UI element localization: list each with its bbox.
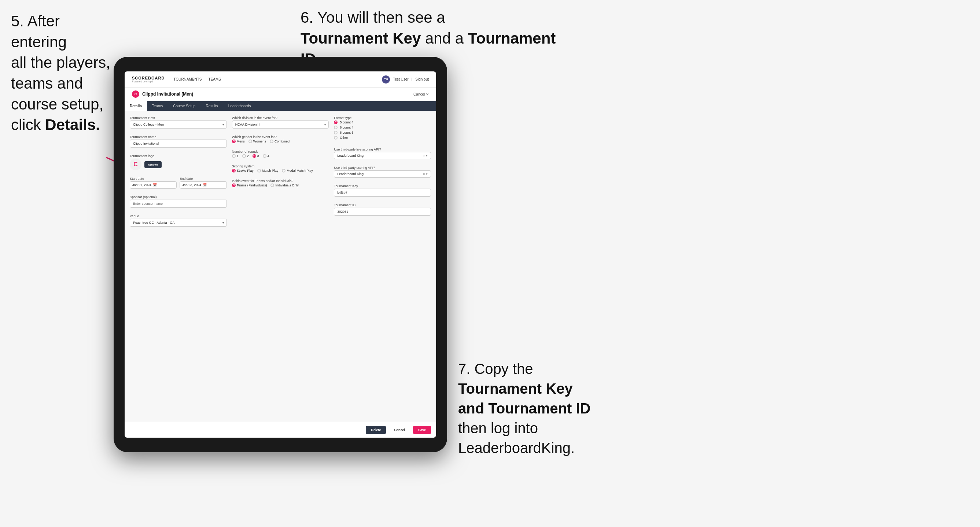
form-footer: Delete Cancel Save [125,422,436,438]
tab-teams[interactable]: Teams [147,101,168,111]
tab-details[interactable]: Details [125,101,147,111]
tournament-header: C Clippd Invitational (Men) Cancel ✕ [125,87,436,101]
format-other-radio[interactable] [334,136,337,140]
tournament-key-label: Tournament Key [334,184,431,188]
rounds-2[interactable]: 2 [242,154,249,158]
teams-teams[interactable]: Teams (+Individuals) [232,184,267,187]
third-party2-select[interactable]: Leaderboard King × ▾ [334,170,431,178]
form-columns: Tournament Host Clippd College - Men Tou… [130,116,431,230]
cancel-link[interactable]: Cancel ✕ [414,92,429,96]
scoring-radio-group: Stroke Play Match Play Medal Match Play [232,169,329,173]
logo-row: C Upload [130,159,227,170]
scoring-field: Scoring system Stroke Play Match Play [232,164,329,173]
host-field: Tournament Host Clippd College - Men [130,116,227,129]
gender-womens[interactable]: Womens [248,140,266,143]
dates-field: Start date Jan 21, 2024 📅 End date Jan 2… [130,177,227,189]
scoring-stroke[interactable]: Stroke Play [232,169,254,173]
nav-tournaments[interactable]: TOURNAMENTS [173,77,202,81]
nav-teams[interactable]: TEAMS [208,77,221,81]
brand-subtitle: Powered by clippd [132,80,165,83]
tab-leaderboards[interactable]: Leaderboards [223,101,256,111]
teams-teams-radio[interactable] [232,184,235,187]
host-select[interactable]: Clippd College - Men [130,121,227,129]
third-party1-label: Use third-party live scoring API? [334,148,431,151]
venue-select[interactable]: Peachtree GC - Atlanta - GA [130,219,227,227]
start-label: Start date [130,177,177,181]
end-date-input[interactable]: Jan 23, 2024 📅 [180,181,226,189]
cancel-button[interactable]: Cancel [389,426,410,434]
rounds-4[interactable]: 4 [263,154,269,158]
division-select[interactable]: NCAA Division III [232,121,329,129]
rounds-3[interactable]: 3 [253,154,259,158]
format-5count4-radio[interactable] [334,121,337,124]
date-row: Start date Jan 21, 2024 📅 End date Jan 2… [130,177,227,189]
gender-mens-radio[interactable] [232,140,235,143]
nav-separator: | [412,77,413,81]
gender-mens[interactable]: Mens [232,140,245,143]
division-select-wrapper: NCAA Division III [232,121,329,129]
third-party1-select[interactable]: Leaderboard King × ▾ [334,152,431,159]
rounds-1-radio[interactable] [232,154,235,158]
scoring-label: Scoring system [232,164,329,168]
format-other[interactable]: Other [334,136,431,140]
scoring-match[interactable]: Match Play [257,169,278,173]
teams-individuals-radio[interactable] [270,184,274,187]
gender-field: Which gender is the event for? Mens Wome… [232,135,329,143]
sponsor-label: Sponsor (optional) [130,195,227,199]
format-6count4-radio[interactable] [334,125,337,129]
tournament-id-field: Tournament ID 302051 [334,203,431,216]
calendar-icon-end: 📅 [203,183,207,187]
start-date-input[interactable]: Jan 21, 2024 📅 [130,181,177,189]
third-party1-clear[interactable]: × ▾ [423,154,428,157]
format-6count5-radio[interactable] [334,131,337,134]
sponsor-field: Sponsor (optional) [130,195,227,208]
upload-button[interactable]: Upload [145,161,162,168]
host-select-wrapper: Clippd College - Men [130,121,227,129]
rounds-4-radio[interactable] [263,154,266,158]
rounds-label: Number of rounds [232,150,329,154]
tab-course-setup[interactable]: Course Setup [168,101,200,111]
rounds-3-radio[interactable] [253,154,256,158]
name-label: Tournament name [130,135,227,139]
gender-combined-radio[interactable] [270,140,274,143]
scoring-medal[interactable]: Medal Match Play [282,169,313,173]
name-input[interactable] [130,140,227,148]
form-col2: Which division is the event for? NCAA Di… [232,116,329,230]
end-date-group: End date Jan 23, 2024 📅 [180,177,226,189]
sponsor-input[interactable] [130,200,227,208]
brand-title: SCOREBOARD [132,76,165,80]
third-party1-field: Use third-party live scoring API? Leader… [334,148,431,159]
tab-nav: Details Teams Course Setup Results Leade… [125,101,436,111]
third-party2-label: Use third-party scoring API? [334,166,431,170]
host-label: Tournament Host [130,116,227,120]
format-5count4[interactable]: 5 count 4 [334,121,431,124]
tournament-key-value: b4f6b7 [334,189,431,197]
rounds-2-radio[interactable] [242,154,246,158]
sign-out-link[interactable]: Sign out [415,77,429,81]
teams-radio-group: Teams (+Individuals) Individuals Only [232,184,329,187]
gender-womens-radio[interactable] [248,140,252,143]
save-button[interactable]: Save [413,426,431,434]
logo-field: Tournament logo C Upload [130,154,227,170]
form-col3: Format type 5 count 4 6 count 4 6 count … [334,116,431,230]
rounds-1[interactable]: 1 [232,154,239,158]
format-6count5[interactable]: 6 count 5 [334,131,431,134]
third-party2-clear[interactable]: × ▾ [423,172,428,176]
rounds-radio-group: 1 2 3 4 [232,154,329,158]
division-field: Which division is the event for? NCAA Di… [232,116,329,129]
tablet-screen: SCOREBOARD Powered by clippd TOURNAMENTS… [125,71,436,438]
gender-combined[interactable]: Combined [270,140,290,143]
name-field: Tournament name [130,135,227,148]
top-nav: SCOREBOARD Powered by clippd TOURNAMENTS… [125,71,436,87]
teams-individuals[interactable]: Individuals Only [270,184,299,187]
format-6count4[interactable]: 6 count 4 [334,125,431,129]
calendar-icon-start: 📅 [153,183,157,187]
end-label: End date [180,177,226,181]
tab-results[interactable]: Results [200,101,223,111]
delete-button[interactable]: Delete [366,426,386,434]
scoring-stroke-radio[interactable] [232,169,235,173]
user-name: Test User [393,77,408,81]
scoring-match-radio[interactable] [257,169,261,173]
tournament-id-value: 302051 [334,208,431,216]
scoring-medal-radio[interactable] [282,169,285,173]
